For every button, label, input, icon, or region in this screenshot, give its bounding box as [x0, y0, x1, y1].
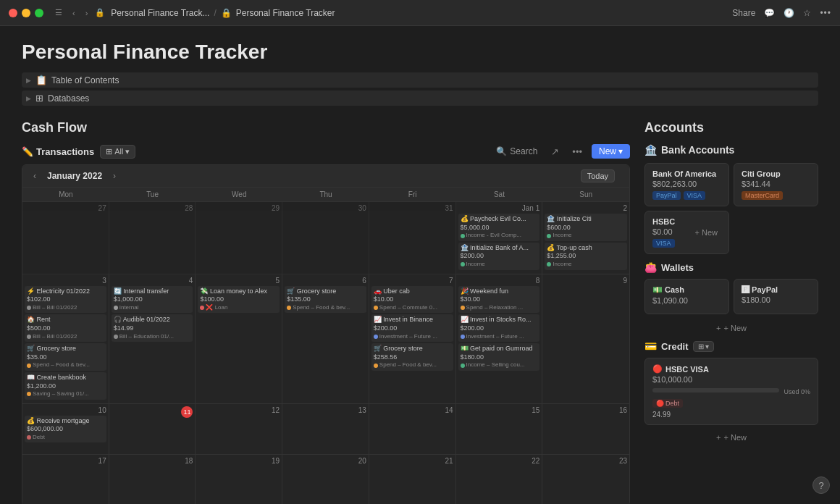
search-button[interactable]: 🔍 Search	[492, 145, 542, 158]
expand-button[interactable]: ↗	[547, 145, 563, 159]
event-electricity[interactable]: ⚡ Electricity 01/2022 $102.00 Bill – Bil…	[25, 286, 106, 314]
filter-button[interactable]: ⊞ All ▾	[100, 145, 135, 159]
cal-cell-15[interactable]: 15	[456, 404, 543, 455]
hsbc-visa-limit: $10,000.00	[652, 375, 810, 384]
breadcrumb-item-2[interactable]: Personal Finance Tracker	[236, 8, 335, 18]
cal-cell-30[interactable]: 30	[282, 202, 369, 274]
event-loan-alex[interactable]: 💸 Loan money to Alex $100.00 ❌ Loan	[198, 286, 280, 314]
cal-cell-28[interactable]: 28	[109, 202, 196, 274]
cal-cell-4[interactable]: 4 🔄 Internal transfer $1,000.00 Internal…	[109, 274, 196, 404]
event-internal-transfer[interactable]: 🔄 Internal transfer $1,000.00 Internal	[112, 286, 193, 314]
event-init-bank[interactable]: 🏦 Initialize Bank of A... $200.00 Income	[458, 243, 540, 270]
event-topup-cash[interactable]: 💰 Top-up cash $1,255.00 Income	[545, 243, 627, 270]
cal-cell-21[interactable]: 21	[369, 455, 456, 504]
event-gumroad[interactable]: 💵 Get paid on Gumroad $180.00 Income – S…	[458, 343, 540, 371]
cal-cell-2[interactable]: 2 🏦 Initialize Citi $600.00 Income 💰 Top…	[542, 202, 629, 274]
prev-month-button[interactable]: ‹	[30, 169, 40, 182]
cal-cell-7[interactable]: 7 🚗 Uber cab $10.00 Spend – Commute 0...…	[369, 274, 456, 404]
forward-button[interactable]: ›	[83, 7, 91, 19]
cal-cell-11[interactable]: 11	[109, 404, 196, 455]
cashflow-title: Cash Flow	[22, 120, 630, 135]
cal-cell-14[interactable]: 14	[369, 404, 456, 455]
more-button[interactable]: •••	[568, 145, 586, 159]
day-header-mon: Mon	[22, 188, 109, 202]
share-button[interactable]: Share	[732, 8, 755, 18]
breadcrumb-item-1[interactable]: Personal Finance Track...	[111, 8, 209, 18]
cal-cell-22[interactable]: 22	[456, 455, 543, 504]
today-button[interactable]: Today	[581, 169, 615, 182]
event-uber[interactable]: 🚗 Uber cab $10.00 Spend – Commute 0...	[371, 286, 453, 314]
calendar-nav: ‹ January 2022 › Today	[22, 165, 629, 188]
boa-tag-paypal[interactable]: PayPal	[652, 191, 681, 200]
citi-tag-mc[interactable]: MasterCard	[742, 191, 783, 200]
credit-view-button[interactable]: ⊞ ▾	[693, 341, 715, 352]
cal-cell-20[interactable]: 20	[282, 455, 369, 504]
new-wallet-button[interactable]: + + New	[644, 320, 818, 336]
event-audible[interactable]: 🎧 Audible 01/2022 $14.99 Bill – Educatio…	[112, 314, 193, 342]
new-transaction-button[interactable]: New ▾	[592, 144, 630, 159]
event-paycheck[interactable]: 💰 Paycheck Evil Co... $5,000.00 Income -…	[458, 214, 540, 241]
event-grocery-7[interactable]: 🛒 Grocery store $258.56 Spend – Food & b…	[371, 343, 453, 371]
cal-cell-31[interactable]: 31	[369, 202, 456, 274]
cal-cell-3[interactable]: 3 ⚡ Electricity 01/2022 $102.00 Bill – B…	[22, 274, 109, 404]
event-grocery-3[interactable]: 🛒 Grocery store $35.00 Spend – Food & be…	[25, 343, 106, 371]
event-init-citi[interactable]: 🏦 Initialize Citi $600.00 Income	[545, 214, 627, 241]
event-mortgage[interactable]: 💰 Receive mortgage $600,000.00 Debt	[25, 416, 106, 443]
wallet-card-cash[interactable]: 💵 Cash $1,090.00	[644, 279, 729, 314]
event-binance[interactable]: 📈 Invest in Binance $200.00 Investment –…	[371, 314, 453, 342]
event-stocks[interactable]: 📈 Invest in Stocks Ro... $200.00 Investm…	[458, 314, 540, 342]
cal-cell-6[interactable]: 6 🛒 Grocery store $135.00 Spend – Food &…	[282, 274, 369, 404]
nav-controls: ☰ ‹ › 🔒	[52, 7, 105, 19]
sections-wrapper: Cash Flow ✏️ Transactions ⊞ All ▾ 🔍	[22, 120, 818, 504]
day-header-fri: Fri	[369, 188, 456, 202]
cal-cell-13[interactable]: 13	[282, 404, 369, 455]
wallet-card-paypal[interactable]: 🅿 PayPal $180.00	[734, 279, 818, 314]
toc-row[interactable]: ▶ 📋 Table of Contents	[22, 72, 818, 88]
bank-card-citi[interactable]: Citi Group $341.44 MasterCard	[734, 163, 818, 206]
event-rent[interactable]: 🏠 Rent $500.00 Bill – Bill 01/2022	[25, 314, 106, 342]
cal-cell-jan1[interactable]: Jan 1 💰 Paycheck Evil Co... $5,000.00 In…	[456, 202, 543, 274]
bank-card-boa[interactable]: Bank Of America $802,263.00 PayPal VISA	[644, 163, 729, 206]
boa-balance: $802,263.00	[652, 180, 721, 188]
back-button[interactable]: ‹	[70, 7, 78, 19]
filter-icon: ⊞	[106, 147, 112, 156]
cal-cell-29[interactable]: 29	[196, 202, 282, 274]
credit-card-hsbc-visa[interactable]: 🔴 HSBC VISA $10,000.00 Used 0% 🔴 Debt	[644, 358, 818, 425]
comment-icon[interactable]: 💬	[764, 8, 775, 18]
more-options-button[interactable]: •••	[820, 8, 831, 18]
cal-cell-17[interactable]: 17	[22, 455, 109, 504]
cal-cell-16[interactable]: 16	[542, 404, 629, 455]
close-button[interactable]	[9, 9, 17, 17]
paypal-balance: $180.00	[742, 295, 810, 304]
cal-cell-19[interactable]: 19	[196, 455, 282, 504]
next-month-button[interactable]: ›	[109, 169, 119, 182]
help-button[interactable]: ?	[812, 476, 830, 494]
new-bank-button[interactable]: + New	[692, 224, 722, 240]
event-weekend-fun[interactable]: 🎉 Weekend fun $30.00 Spend – Relaxation …	[458, 286, 540, 314]
today-marker: 11	[181, 406, 193, 418]
minimize-button[interactable]	[22, 9, 30, 17]
hsbc-tag-visa[interactable]: VISA	[652, 239, 675, 248]
db-arrow: ▶	[26, 95, 31, 102]
new-credit-button[interactable]: + + New	[644, 429, 818, 445]
clock-icon[interactable]: 🕐	[784, 8, 794, 18]
cal-cell-23[interactable]: 23	[542, 455, 629, 504]
star-icon[interactable]: ☆	[803, 8, 811, 18]
accounts-title: Accounts	[644, 120, 818, 135]
cal-cell-18[interactable]: 18	[109, 455, 196, 504]
cal-cell-9[interactable]: 9	[542, 274, 629, 404]
cal-cell-10[interactable]: 10 💰 Receive mortgage $600,000.00 Debt	[22, 404, 109, 455]
cal-cell-5[interactable]: 5 💸 Loan money to Alex $100.00 ❌ Loan	[196, 274, 282, 404]
event-grocery-6[interactable]: 🛒 Grocery store $135.00 Spend – Food & b…	[285, 286, 366, 314]
boa-tag-visa[interactable]: VISA	[684, 191, 706, 200]
maximize-button[interactable]	[35, 9, 43, 17]
bank-card-hsbc[interactable]: HSBC $0.00 VISA + New	[644, 211, 729, 254]
cal-cell-8[interactable]: 8 🎉 Weekend fun $30.00 Spend – Relaxatio…	[456, 274, 543, 404]
cal-cell-27[interactable]: 27	[22, 202, 109, 274]
event-bankbook[interactable]: 📖 Create bankbook $1,200.00 Saving – Sav…	[25, 372, 106, 400]
credit-icon: 💳	[644, 340, 657, 352]
cal-cell-12[interactable]: 12	[196, 404, 282, 455]
filter-chevron: ▾	[125, 147, 130, 156]
menu-icon[interactable]: ☰	[52, 7, 65, 19]
databases-row[interactable]: ▶ ⊞ Databases	[22, 91, 818, 106]
